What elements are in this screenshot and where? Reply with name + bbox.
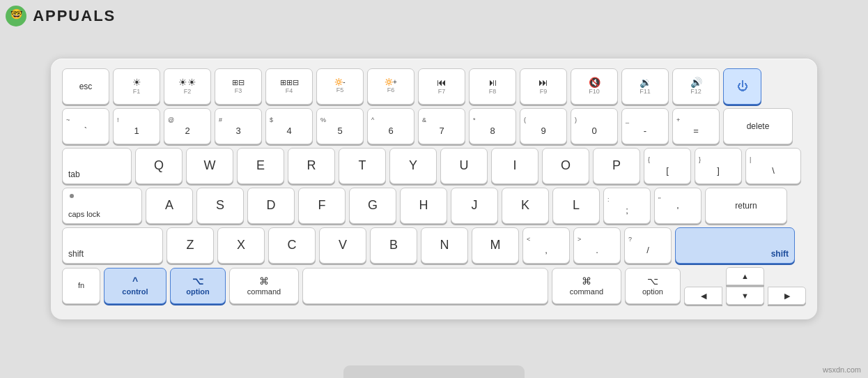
key-command-right[interactable]: ⌘ command [552, 268, 621, 304]
key-u[interactable]: U [440, 148, 488, 184]
key-arrow-right[interactable]: ▶ [768, 287, 806, 305]
key-g[interactable]: G [349, 188, 396, 224]
keyboard: esc ☀ F1 ☀☀ F2 ⊞⊟ F3 ⊞⊞⊟ F4 🔆- F5 [51, 59, 817, 319]
key-quote[interactable]: " ' [654, 188, 702, 224]
key-arrow-down[interactable]: ▼ [726, 287, 764, 305]
key-equals[interactable]: + = [672, 108, 720, 144]
key-l[interactable]: L [552, 188, 600, 224]
key-e[interactable]: E [237, 148, 284, 184]
key-o[interactable]: O [542, 148, 589, 184]
key-f5-icon: 🔆- [334, 79, 345, 86]
key-x[interactable]: X [217, 227, 265, 264]
key-t[interactable]: T [339, 148, 386, 184]
key-shift-left[interactable]: shift [62, 227, 163, 264]
key-9[interactable]: ( 9 [520, 108, 567, 144]
key-c[interactable]: C [268, 227, 316, 264]
key-option-left[interactable]: ⌥ option [170, 268, 226, 304]
key-a[interactable]: A [146, 188, 193, 224]
key-f6-label: F6 [387, 86, 395, 94]
asdf-row: caps lock A S D F G H J K L : ; " ' retu… [62, 188, 806, 224]
key-f1[interactable]: ☀ F1 [113, 68, 160, 105]
key-return[interactable]: return [705, 188, 787, 224]
capslock-indicator [70, 194, 74, 198]
key-m[interactable]: M [472, 227, 519, 264]
key-option-left-label: option [186, 287, 210, 296]
key-arrow-up[interactable]: ▲ [726, 267, 764, 285]
arrow-bottom-row: ◀ ▼ ▶ [684, 287, 806, 305]
key-lbracket[interactable]: { [ [644, 148, 691, 184]
key-power[interactable]: ⏻ [723, 68, 761, 105]
key-f1-icon: ☀ [132, 77, 141, 87]
key-q[interactable]: Q [135, 148, 183, 184]
key-f11[interactable]: 🔉 F11 [621, 68, 669, 105]
key-n[interactable]: N [421, 227, 468, 264]
key-delete[interactable]: delete [723, 108, 793, 144]
key-f[interactable]: F [298, 188, 346, 224]
key-f5-label: F5 [336, 86, 344, 94]
key-f8-label: F8 [489, 88, 497, 96]
key-7[interactable]: & 7 [418, 108, 465, 144]
key-comma[interactable]: < , [522, 227, 570, 264]
key-rbracket[interactable]: } ] [695, 148, 742, 184]
key-capslock[interactable]: caps lock [62, 188, 142, 224]
key-j[interactable]: J [451, 188, 498, 224]
key-f7[interactable]: ⏮ F7 [418, 68, 465, 105]
key-f4[interactable]: ⊞⊞⊟ F4 [265, 68, 313, 105]
key-space[interactable] [302, 268, 548, 304]
key-esc-label: esc [79, 82, 93, 91]
key-f10[interactable]: 🔇 F10 [571, 68, 618, 105]
key-arrow-left[interactable]: ◀ [684, 287, 722, 305]
key-option-right[interactable]: ⌥ option [625, 268, 681, 304]
key-f5[interactable]: 🔆- F5 [316, 68, 364, 105]
key-d[interactable]: D [247, 188, 295, 224]
key-f12-label: F12 [690, 88, 702, 96]
key-2[interactable]: @ 2 [164, 108, 211, 144]
key-f8-icon: ⏯ [488, 77, 497, 87]
key-tilde[interactable]: ~ ` [62, 108, 109, 144]
key-tab[interactable]: tab [62, 148, 132, 184]
key-6[interactable]: ^ 6 [367, 108, 414, 144]
key-i[interactable]: I [491, 148, 538, 184]
key-b[interactable]: B [370, 227, 417, 264]
key-f3-icon: ⊞⊟ [232, 79, 245, 86]
key-h[interactable]: H [400, 188, 447, 224]
key-backslash[interactable]: | \ [745, 148, 801, 184]
key-0[interactable]: ) 0 [571, 108, 618, 144]
key-minus[interactable]: _ - [621, 108, 669, 144]
key-w[interactable]: W [186, 148, 233, 184]
key-f4-label: F4 [286, 87, 293, 95]
key-s[interactable]: S [196, 188, 244, 224]
key-control[interactable]: ^ control [104, 268, 166, 304]
key-f3[interactable]: ⊞⊟ F3 [215, 68, 262, 105]
key-v[interactable]: V [319, 227, 366, 264]
key-esc[interactable]: esc [62, 68, 109, 105]
key-p[interactable]: P [593, 148, 640, 184]
bottom-row: fn ^ control ⌥ option ⌘ command ⌘ comman… [62, 267, 806, 305]
key-f8[interactable]: ⏯ F8 [469, 68, 516, 105]
key-period[interactable]: > . [573, 227, 621, 264]
arrow-cluster: ▲ ◀ ▼ ▶ [684, 267, 806, 305]
logo-text: APPUALS [33, 7, 116, 24]
key-semicolon[interactable]: : ; [603, 188, 651, 224]
arrow-top-row: ▲ [684, 267, 806, 285]
key-command-left[interactable]: ⌘ command [229, 268, 299, 304]
key-shift-right[interactable]: shift [675, 227, 795, 264]
key-z[interactable]: Z [166, 227, 214, 264]
key-4[interactable]: $ 4 [265, 108, 313, 144]
key-f7-icon: ⏮ [437, 77, 447, 87]
key-f6[interactable]: 🔆+ F6 [367, 68, 414, 105]
key-r[interactable]: R [288, 148, 335, 184]
shift-row: shift Z X C V B N M < , > . ? / shift [62, 227, 806, 264]
key-f2[interactable]: ☀☀ F2 [164, 68, 211, 105]
key-y[interactable]: Y [389, 148, 437, 184]
number-row: ~ ` ! 1 @ 2 # 3 $ 4 % 5 [62, 108, 806, 144]
key-1[interactable]: ! 1 [113, 108, 160, 144]
key-fn[interactable]: fn [62, 268, 100, 304]
key-slash[interactable]: ? / [624, 227, 672, 264]
key-3[interactable]: # 3 [215, 108, 262, 144]
key-8[interactable]: * 8 [469, 108, 516, 144]
key-k[interactable]: K [502, 188, 549, 224]
key-5[interactable]: % 5 [316, 108, 364, 144]
key-f12[interactable]: 🔊 F12 [672, 68, 720, 105]
key-f9[interactable]: ⏭ F9 [520, 68, 567, 105]
